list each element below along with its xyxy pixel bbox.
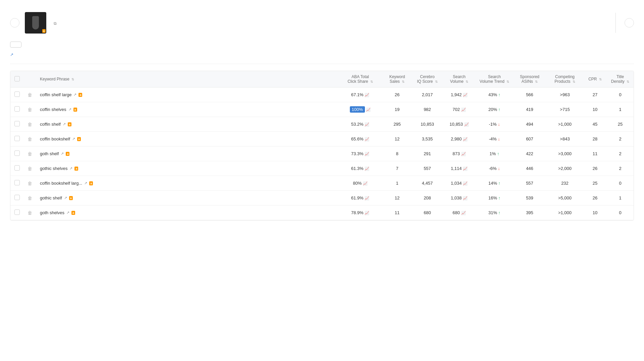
aba-value: 67.1%	[351, 92, 364, 97]
sv-trend-arrow: ↓	[498, 166, 500, 171]
external-keyword-icon[interactable]: ↗	[61, 152, 64, 156]
header-competing-products[interactable]: CompetingProducts ⇅	[546, 71, 583, 87]
delete-icon-1[interactable]: 🗑	[28, 107, 32, 112]
sv-trend-chart-icon[interactable]: 📈	[461, 152, 466, 156]
aba-trend-icon[interactable]: 📈	[366, 108, 371, 112]
amazon-keyword-icon[interactable]: a	[74, 167, 78, 171]
aba-trend-icon[interactable]: 📈	[365, 122, 369, 127]
header-title-density[interactable]: TitleDensity ⇅	[607, 71, 634, 87]
header-sponsored-asins[interactable]: SponsoredASINs ⇅	[513, 71, 546, 87]
amazon-keyword-icon[interactable]: a	[73, 108, 77, 112]
sales-cell: 1	[382, 176, 412, 191]
external-keyword-icon[interactable]: ↗	[68, 107, 71, 112]
delete-icon-3[interactable]: 🗑	[28, 136, 32, 142]
sort-density-icon[interactable]: ⇅	[627, 80, 629, 83]
aba-trend-icon[interactable]: 📈	[365, 167, 369, 171]
table-header-row: Keyword Phrase ⇅ ABA TotalClick Share ⇅ …	[10, 71, 634, 87]
sort-svtrend-icon[interactable]: ⇅	[506, 80, 509, 83]
next-arrow[interactable]	[625, 18, 634, 27]
sort-cerebro-icon[interactable]: ⇅	[435, 80, 438, 83]
delete-icon-5[interactable]: 🗑	[28, 166, 32, 171]
sv-trend-chart-icon[interactable]: 📈	[463, 167, 468, 171]
delete-icon-8[interactable]: 🗑	[28, 210, 32, 216]
header-keyword-phrase[interactable]: Keyword Phrase ⇅	[36, 71, 338, 87]
row-checkbox-2[interactable]	[14, 121, 20, 126]
aba-trend-icon[interactable]: 📈	[365, 137, 369, 141]
keyword-text: gothic shelves	[40, 166, 67, 171]
run-listing-link[interactable]: ↗	[10, 52, 634, 57]
sv-trend-chart-icon[interactable]: 📈	[461, 108, 466, 112]
row-checkbox-4[interactable]	[14, 151, 20, 156]
amazon-keyword-icon[interactable]: a	[78, 93, 82, 97]
row-checkbox-8[interactable]	[14, 209, 20, 215]
sort-sv-icon[interactable]: ⇅	[466, 80, 468, 83]
sort-keyword-icon[interactable]: ⇅	[71, 77, 74, 81]
prev-arrow[interactable]	[10, 18, 19, 27]
sponsored-cell: 494	[513, 117, 546, 132]
row-checkbox-6[interactable]	[14, 180, 20, 185]
row-checkbox-7[interactable]	[14, 195, 20, 200]
row-checkbox-cell	[10, 132, 24, 146]
external-keyword-icon[interactable]: ↗	[66, 210, 69, 215]
external-keyword-icon[interactable]: ↗	[84, 181, 87, 185]
amazon-keyword-icon[interactable]: a	[89, 181, 93, 185]
header-sv-trend[interactable]: SearchVolume Trend ⇅	[476, 71, 513, 87]
header-select-all[interactable]	[10, 71, 24, 87]
amazon-keyword-icon[interactable]: a	[71, 211, 75, 215]
amazon-keyword-icon[interactable]: a	[69, 196, 73, 200]
sv-trend-chart-icon[interactable]: 📈	[461, 211, 466, 215]
cerebro-cell: 10,853	[412, 117, 442, 132]
header-search-volume[interactable]: SearchVolume ⇅	[442, 71, 476, 87]
product-asin: ⧉	[52, 21, 607, 26]
aba-trend-icon[interactable]: 📈	[365, 196, 369, 200]
keyword-text: goth shelves	[40, 210, 64, 215]
sv-trend-chart-icon[interactable]: 📈	[463, 196, 468, 200]
header-aba-click-share[interactable]: ABA TotalClick Share ⇅	[338, 71, 382, 87]
aba-trend-icon[interactable]: 📈	[365, 211, 369, 215]
delete-icon-2[interactable]: 🗑	[28, 122, 32, 127]
aba-trend-icon[interactable]: 📈	[365, 93, 369, 97]
row-checkbox-5[interactable]	[14, 165, 20, 171]
sort-aba-icon[interactable]: ⇅	[370, 80, 373, 83]
sort-cpr-icon[interactable]: ⇅	[599, 77, 602, 81]
sv-trend-chart-icon[interactable]: 📈	[464, 122, 469, 127]
amazon-keyword-icon[interactable]: a	[66, 152, 69, 156]
select-all-checkbox[interactable]	[14, 76, 20, 81]
row-checkbox-1[interactable]	[14, 106, 20, 112]
header-cerebro-iq[interactable]: CerebroIQ Score ⇅	[412, 71, 442, 87]
amazon-keyword-icon[interactable]: a	[77, 137, 81, 141]
delete-icon-4[interactable]: 🗑	[28, 151, 32, 157]
sv-trend-chart-icon[interactable]: 📈	[463, 93, 468, 97]
cerebro-cell: 4,457	[412, 176, 442, 191]
sv-trend-chart-icon[interactable]: 📈	[463, 137, 468, 141]
external-keyword-icon[interactable]: ↗	[64, 196, 67, 200]
row-checkbox-cell	[10, 146, 24, 161]
aba-trend-icon[interactable]: 📈	[363, 181, 368, 186]
delete-icon-6[interactable]: 🗑	[28, 181, 32, 186]
sv-trend-chart-icon[interactable]: 📈	[463, 181, 468, 186]
density-cell: 2	[607, 132, 634, 146]
delete-icon-0[interactable]: 🗑	[28, 92, 32, 98]
external-keyword-icon[interactable]: ↗	[72, 137, 75, 141]
view-products-button[interactable]	[10, 42, 21, 48]
external-keyword-icon[interactable]: ↗	[63, 122, 66, 126]
sort-sponsored-icon[interactable]: ⇅	[535, 80, 538, 83]
keyword-cell: goth shelf ↗ a	[36, 146, 338, 161]
row-checkbox-3[interactable]	[14, 136, 20, 141]
external-keyword-icon[interactable]: ↗	[73, 93, 76, 97]
sv-cell: 1,942 📈	[442, 87, 476, 102]
aba-trend-icon[interactable]: 📈	[365, 152, 369, 156]
external-keyword-icon[interactable]: ↗	[69, 166, 72, 171]
delete-icon-7[interactable]: 🗑	[28, 195, 32, 201]
table-row: 🗑 coffin bookshelf ↗ a 65.6% 📈 12 3,535 …	[10, 132, 634, 146]
header-cpr[interactable]: CPR ⇅	[583, 71, 607, 87]
external-link-icon: ↗	[10, 52, 13, 57]
cerebro-cell: 982	[412, 102, 442, 117]
header-keyword-sales[interactable]: KeywordSales ⇅	[382, 71, 412, 87]
amazon-keyword-icon[interactable]: a	[68, 122, 71, 126]
sort-competing-icon[interactable]: ⇅	[573, 80, 575, 83]
copy-icon[interactable]: ⧉	[54, 21, 57, 26]
svtrend-cell: 1% ↑	[476, 146, 513, 161]
sort-sales-icon[interactable]: ⇅	[402, 80, 405, 83]
row-checkbox-0[interactable]	[14, 92, 20, 97]
